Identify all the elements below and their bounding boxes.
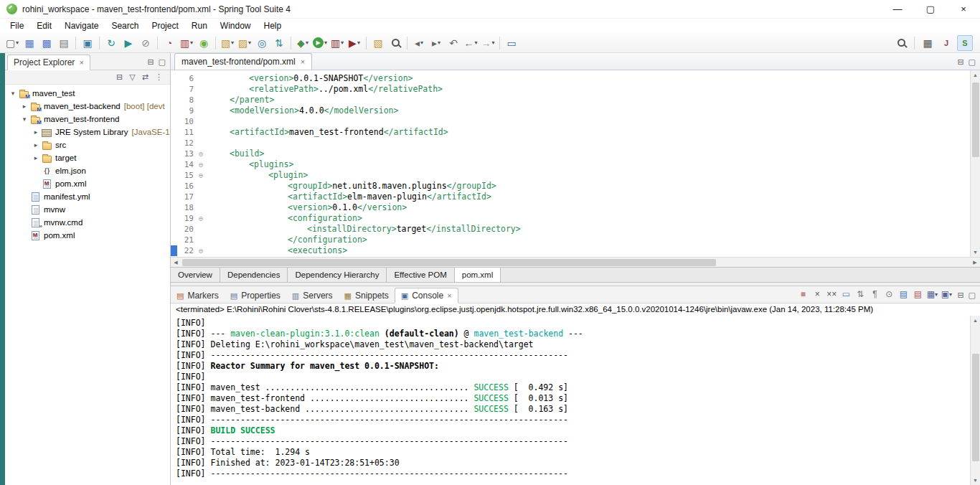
open-resource-button[interactable]: ▧ — [370, 35, 386, 51]
close-icon[interactable]: × — [447, 291, 451, 300]
view-tab-servers[interactable]: ▥Servers — [286, 288, 339, 303]
tree-item-pom-xml[interactable]: Mpom.xml — [5, 177, 170, 190]
code-line[interactable]: 22⊖<executions> — [171, 245, 970, 256]
scroll-up-icon[interactable]: ▲ — [971, 70, 980, 80]
save-button[interactable]: ▦ — [22, 35, 37, 51]
view-menu-icon[interactable]: ⋮ — [155, 72, 163, 82]
save-all-button[interactable]: ▩ — [39, 35, 55, 51]
chevron-collapsed-icon[interactable]: ▸ — [19, 103, 29, 110]
fold-collapse-icon[interactable]: ⊖ — [196, 213, 206, 224]
chevron-expanded-icon[interactable]: ▾ — [19, 116, 29, 123]
update-maven-project-button[interactable]: ⇅ — [271, 35, 287, 51]
run-button[interactable]: ▶▾ — [312, 35, 328, 51]
scroll-down-icon[interactable]: ▼ — [971, 476, 980, 485]
menu-file[interactable]: File — [4, 19, 30, 32]
coverage-button[interactable]: ▥▾ — [179, 35, 194, 51]
web-browser-button[interactable]: ◎ — [254, 35, 270, 51]
window-close-button[interactable]: × — [947, 0, 980, 18]
clear-console-button[interactable]: ▭ — [839, 288, 852, 301]
code-line[interactable]: 6<version>0.0.1-SNAPSHOT</version> — [171, 73, 970, 84]
terminate-button[interactable]: ■ — [796, 288, 809, 301]
tree-item-jre-system-library[interactable]: ▸JRE System Library[JavaSE-1.8] — [5, 126, 170, 138]
minimize-view-icon[interactable]: ⊟ — [957, 57, 963, 67]
tree-item-maven-test[interactable]: ▾Mmaven_test — [5, 87, 170, 100]
project-tree[interactable]: ▾Mmaven_test▸Mmaven_test-backend[boot] [… — [5, 85, 170, 485]
view-tab-snippets[interactable]: ▦Snippets — [339, 288, 395, 303]
view-tab-console[interactable]: ▣Console× — [395, 288, 458, 303]
coverage-last-button[interactable]: ▥▾ — [329, 35, 345, 51]
view-tab-properties[interactable]: ▤Properties — [225, 288, 286, 303]
code-area[interactable]: 6<version>0.0.1-SNAPSHOT</version>7<rela… — [171, 70, 970, 257]
code-line[interactable]: 16<groupId>net.unit8.maven.plugins</grou… — [171, 181, 970, 192]
previous-annotation-button[interactable]: ◂▾ — [411, 35, 427, 51]
window-maximize-button[interactable]: ▢ — [914, 0, 947, 18]
collapse-all-icon[interactable]: ⊟ — [116, 72, 123, 82]
next-annotation-button[interactable]: ▸▾ — [428, 35, 444, 51]
java-perspective-button[interactable]: J — [938, 35, 954, 51]
quick-access-search-button[interactable] — [893, 35, 909, 51]
tree-item-manifest-yml[interactable]: manifest.yml — [5, 190, 170, 203]
tab-project-explorer[interactable]: Project Explorer × — [7, 55, 90, 70]
code-line[interactable]: 17<artifactId>elm-maven-plugin</artifact… — [171, 192, 970, 202]
debug-button[interactable]: ◆▾ — [295, 35, 311, 51]
scrollbar-thumb[interactable] — [972, 83, 979, 157]
spring-perspective-button[interactable]: S — [957, 35, 973, 51]
scroll-down-icon[interactable]: ▼ — [971, 248, 980, 257]
tree-item-target[interactable]: ▸target — [5, 151, 170, 164]
chevron-expanded-icon[interactable]: ▾ — [8, 90, 18, 97]
fold-collapse-icon[interactable]: ⊖ — [196, 170, 206, 181]
chevron-collapsed-icon[interactable]: ▸ — [31, 128, 41, 136]
code-line[interactable]: 15⊖<plugin> — [171, 170, 970, 181]
fold-collapse-icon[interactable]: ⊖ — [196, 245, 206, 256]
code-line[interactable]: 10 — [171, 116, 970, 127]
scroll-left-icon[interactable]: ◀ — [171, 258, 181, 267]
scrollbar-thumb[interactable] — [182, 259, 716, 266]
code-line[interactable]: 9<modelVersion>4.0.0</modelVersion> — [171, 105, 970, 116]
maximize-view-icon[interactable]: ▢ — [159, 57, 166, 67]
view-tab-markers[interactable]: ▤Markers — [171, 288, 225, 303]
code-line[interactable]: 21</configuration> — [171, 235, 970, 245]
close-icon[interactable]: × — [301, 57, 305, 66]
profile-button[interactable]: ◔ — [161, 35, 177, 51]
maximize-view-icon[interactable]: ▢ — [969, 57, 976, 67]
menu-project[interactable]: Project — [145, 19, 184, 32]
tree-item-maven-test-backend[interactable]: ▸Mmaven_test-backend[boot] [devt — [5, 100, 170, 113]
print-button[interactable]: ▤ — [56, 35, 72, 51]
window-minimize-button[interactable]: — — [881, 0, 914, 18]
show-stdout-button[interactable]: ▤ — [897, 288, 910, 301]
spring-boot-dashboard-button[interactable]: ▣ — [80, 35, 95, 51]
code-line[interactable]: 20<installDirectory>target</installDirec… — [171, 224, 970, 235]
pin-console-button[interactable]: ⊙ — [882, 288, 895, 301]
tree-item-maven-test-frontend[interactable]: ▾Mmaven_test-frontend — [5, 113, 170, 126]
menu-run[interactable]: Run — [185, 19, 214, 32]
minimize-view-icon[interactable]: ⊟ — [957, 291, 963, 300]
editor-vertical-scrollbar[interactable]: ▲ ▼ — [970, 70, 980, 257]
spring-starter-project-button[interactable]: ◉ — [196, 35, 212, 51]
minimize-view-icon[interactable]: ⊟ — [147, 57, 154, 67]
tree-item-mvnw-cmd[interactable]: »mvnw.cmd — [5, 216, 170, 229]
scroll-up-icon[interactable]: ▲ — [971, 316, 980, 325]
link-with-editor-icon[interactable]: ⇄ — [142, 72, 149, 82]
bottom-tab-pom-xml[interactable]: pom.xml — [455, 268, 501, 282]
chevron-collapsed-icon[interactable]: ▸ — [31, 154, 41, 161]
bottom-tab-dependency-hierarchy[interactable]: Dependency Hierarchy — [288, 268, 387, 282]
code-line[interactable]: 12 — [171, 138, 970, 149]
fold-collapse-icon[interactable]: ⊖ — [196, 159, 206, 170]
word-wrap-button[interactable]: ¶ — [868, 288, 881, 301]
maximize-view-icon[interactable]: ▢ — [969, 291, 976, 300]
new-java-project-button[interactable]: ▧▾ — [220, 35, 235, 51]
bottom-tab-overview[interactable]: Overview — [171, 268, 220, 282]
fold-collapse-icon[interactable]: ⊖ — [196, 149, 206, 159]
code-line[interactable]: 11<artifactId>maven_test-frontend</artif… — [171, 127, 970, 138]
remove-all-terminated-button[interactable]: ×× — [825, 288, 838, 301]
scroll-right-icon[interactable]: ▶ — [970, 258, 980, 267]
menu-edit[interactable]: Edit — [30, 19, 58, 32]
editor-tab-pom-xml[interactable]: maven_test-frontend/pom.xml × — [174, 53, 312, 70]
show-stderr-button[interactable]: ▤ — [911, 288, 924, 301]
open-console-button[interactable]: ▣▾ — [940, 288, 953, 301]
bottom-tab-dependencies[interactable]: Dependencies — [220, 268, 288, 282]
menu-search[interactable]: Search — [105, 19, 145, 32]
code-line[interactable]: 14⊖<plugins> — [171, 159, 970, 170]
chevron-collapsed-icon[interactable]: ▸ — [31, 141, 41, 149]
remove-launch-button[interactable]: × — [811, 288, 824, 301]
